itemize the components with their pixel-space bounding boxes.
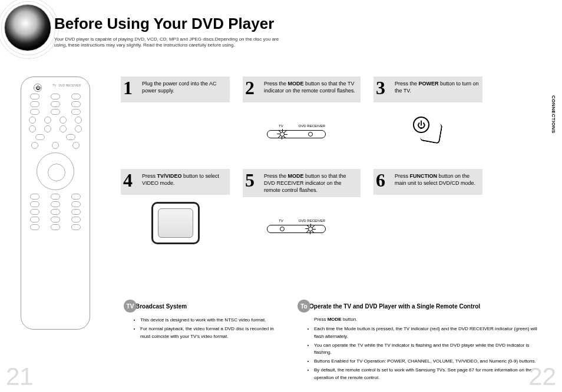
remote-btn: [44, 117, 51, 124]
remote-power-icon: ⏻: [34, 84, 42, 92]
remote-btn: [71, 217, 81, 222]
remote-btn: [72, 142, 80, 149]
remote-btn: [59, 125, 67, 132]
tv-broadcast-bullets: This device is designed to work with the…: [124, 317, 289, 340]
single-remote-heading: Operate the TV and DVD Player with a Sin…: [309, 303, 480, 310]
remote-btn: [71, 201, 81, 207]
remote-btn: [71, 194, 81, 200]
remote-btn: [59, 117, 67, 124]
bullet: For normal playback, the video format a …: [140, 325, 289, 341]
remote-btn: [30, 224, 39, 230]
bullet: By default, the remote control is set to…: [314, 367, 545, 382]
remote-btn: [71, 94, 81, 99]
remote-btn: [30, 194, 39, 200]
tv-screen-icon: [151, 202, 200, 244]
remote-btn: [51, 201, 60, 207]
remote-btn: [66, 134, 75, 140]
pill-to: To: [297, 300, 310, 313]
page-number-left: 21: [6, 363, 34, 391]
step-number: 3: [376, 75, 385, 101]
step-text: Press the POWER button to turn on the TV…: [395, 81, 479, 94]
single-remote-section: To Operate the TV and DVD Player with a …: [297, 300, 545, 383]
page-title: Before Using Your DVD Player: [54, 15, 274, 33]
indicator-label-tv: TV: [279, 124, 283, 128]
remote-btn: [30, 94, 39, 99]
step-1: 1 Plug the power cord into the AC power …: [121, 77, 230, 158]
remote-btn: [30, 101, 39, 107]
remote-btn: [52, 142, 59, 149]
bullet: Each time the Mode button is pressed, th…: [314, 325, 545, 341]
step-5: 5 Press the MODE button so that the DVD …: [243, 169, 361, 253]
section-tab: CONNECTIONS: [551, 95, 556, 134]
remote-btn: [30, 109, 39, 115]
remote-btn: [51, 109, 60, 115]
indicator-dvd-flash: TV DVD RECEIVER: [257, 217, 346, 234]
page-number-right: 22: [528, 363, 556, 391]
remote-btn: [51, 209, 60, 215]
remote-dpad: [37, 152, 74, 190]
intro-text: Your DVD player is capable of playing DV…: [54, 36, 290, 49]
remote-btn: [29, 117, 36, 124]
step-text: Plug the power cord into the AC power su…: [142, 81, 217, 94]
step-number: 2: [245, 75, 254, 101]
pill-tv: TV: [124, 300, 137, 313]
speaker-graphic: [5, 5, 51, 51]
remote-label: TV DVD RECEIVER: [52, 84, 81, 91]
bullet: This device is designed to work with the…: [140, 317, 289, 324]
step-4: 4 Press TV/VIDEO button to select VIDEO …: [121, 169, 230, 253]
bullet: Buttons Enabled for TV Operation: POWER,…: [314, 358, 545, 366]
step-number: 4: [123, 168, 133, 193]
flash-icon: [306, 224, 316, 234]
step-text: Press FUNCTION button on the main unit t…: [395, 173, 475, 186]
step-number: 5: [245, 168, 254, 193]
remote-btn: [51, 101, 60, 107]
indicator-label-dvd: DVD RECEIVER: [299, 124, 325, 128]
remote-btn: [51, 217, 60, 222]
remote-btn: [51, 194, 60, 200]
remote-btn: [51, 224, 60, 230]
step-number: 1: [123, 75, 133, 101]
flash-icon: [277, 129, 288, 139]
remote-btn: [30, 217, 39, 222]
remote-btn: [71, 209, 81, 215]
remote-btn: [30, 201, 39, 207]
remote-btn: [75, 125, 82, 132]
remote-btn: [31, 142, 38, 149]
remote-btn: [30, 209, 39, 215]
bullet: You can operate the TV while the TV indi…: [314, 342, 545, 357]
remote-illustration: ⏻ TV DVD RECEIVER: [21, 77, 90, 330]
step-number: 6: [376, 168, 385, 193]
remote-btn: [51, 94, 60, 99]
remote-btn: [71, 109, 81, 115]
step-text: Press TV/VIDEO button to select VIDEO mo…: [142, 173, 219, 186]
remote-btn: [75, 117, 82, 124]
steps-grid: 1 Plug the power cord into the AC power …: [121, 77, 545, 253]
remote-btn: [71, 224, 81, 230]
single-remote-sub: Press MODE button.: [297, 317, 545, 322]
step-2: 2 Press the MODE button so that the TV i…: [243, 77, 361, 158]
step-3: 3 Press the POWER button to turn on the …: [373, 77, 482, 158]
indicator-label-tv: TV: [279, 219, 283, 222]
indicator-tv-flash: TV DVD RECEIVER: [257, 122, 346, 139]
remote-btn: [44, 125, 51, 132]
tv-broadcast-heading: Broadcast System: [135, 303, 187, 310]
remote-btn: [35, 134, 45, 140]
indicator-label-dvd: DVD RECEIVER: [299, 219, 325, 222]
remote-btn: [29, 125, 36, 132]
single-remote-bullets: Each time the Mode button is pressed, th…: [297, 325, 545, 382]
tv-broadcast-section: TV Broadcast System This device is desig…: [124, 300, 289, 341]
power-press-icon: ⏻: [411, 114, 446, 147]
step-text: Press the MODE button so that the TV ind…: [264, 81, 355, 94]
remote-btn: [71, 101, 81, 107]
step-6: 6 Press FUNCTION button on the main unit…: [373, 169, 482, 253]
step-text: Press the MODE button so that the DVD RE…: [264, 173, 346, 193]
